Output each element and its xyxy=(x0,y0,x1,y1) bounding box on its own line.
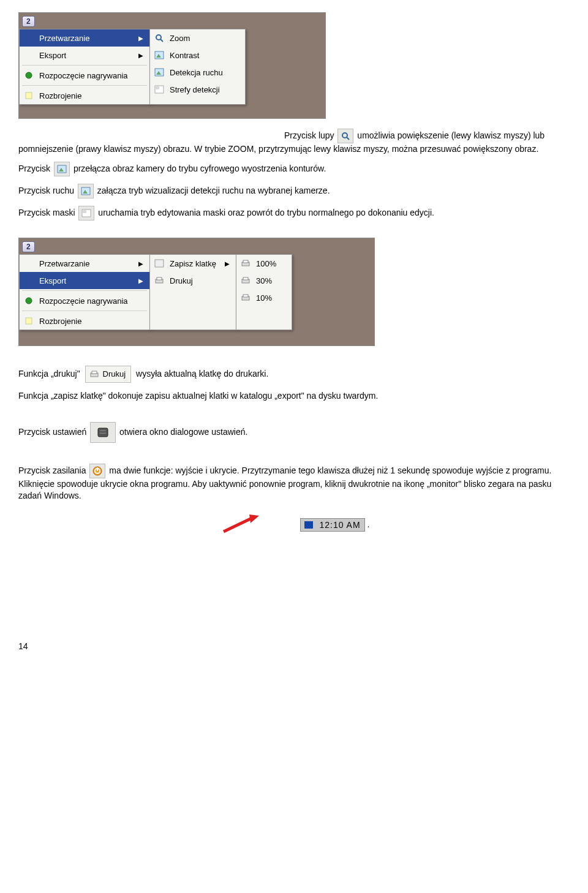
paragraph-ustawien: Przycisk ustawień otwiera okno dialogowe… xyxy=(18,422,570,443)
context-menu-main: Przetwarzanie ▶ Eksport ▶ Rozpoczęcie na… xyxy=(19,29,150,105)
svg-rect-26 xyxy=(243,277,248,280)
period: . xyxy=(368,519,370,529)
record-icon xyxy=(22,69,36,81)
picture-icon xyxy=(153,49,166,61)
page-number: 14 xyxy=(18,641,570,651)
chevron-right-icon: ▶ xyxy=(138,277,143,284)
menu-item-10pct[interactable]: 10% xyxy=(236,289,292,306)
svg-rect-32 xyxy=(100,430,106,434)
system-tray: 12:10 AM xyxy=(300,518,364,532)
menu-item-eksport[interactable]: Eksport ▶ xyxy=(20,47,149,64)
printer-icon xyxy=(88,369,100,380)
monitor-tray-icon[interactable] xyxy=(304,521,313,529)
svg-rect-28 xyxy=(243,295,248,297)
chevron-right-icon: ▶ xyxy=(225,260,230,267)
screenshot-eksport-menu: 2 Przetwarzanie ▶ Eksport ▶ Rozpoczęcie … xyxy=(18,238,375,346)
svg-rect-20 xyxy=(155,260,164,267)
svg-point-18 xyxy=(26,298,32,304)
menu-item-przetwarzanie[interactable]: Przetwarzanie ▶ xyxy=(20,255,149,272)
screenshot-przetwarzanie-menu: 2 Przetwarzanie ▶ Eksport ▶ Rozpoczęcie … xyxy=(18,12,326,119)
paragraph-kontrast: Przycisk przełącza obraz kamery do trybu… xyxy=(18,162,570,176)
red-arrow-icon xyxy=(219,513,262,537)
power-icon xyxy=(89,464,105,478)
menu-item-disarm[interactable]: Rozbrojenie xyxy=(20,312,149,330)
menu-item-start-recording[interactable]: Rozpoczęcie nagrywania xyxy=(20,67,149,84)
chevron-right-icon: ▶ xyxy=(138,35,143,42)
save-frame-icon xyxy=(153,257,166,269)
square-icon xyxy=(22,89,36,102)
printer-icon xyxy=(153,274,166,287)
svg-point-2 xyxy=(156,35,161,40)
paragraph-mask: Przycisk maski uruchamia tryb edytowania… xyxy=(18,206,570,220)
svg-point-0 xyxy=(26,72,32,78)
menu-item-przetwarzanie[interactable]: Przetwarzanie ▶ xyxy=(20,29,149,47)
svg-line-38 xyxy=(224,518,252,532)
svg-marker-39 xyxy=(249,514,259,523)
context-submenu-przetwarzanie: Zoom Kontrast Detekcja ruchu Strefy dete… xyxy=(149,29,246,105)
svg-line-11 xyxy=(347,137,349,140)
tray-illustration: 12:10 AM . xyxy=(18,513,570,537)
svg-rect-19 xyxy=(26,318,32,324)
tray-clock: 12:10 AM xyxy=(319,520,360,530)
picture-icon xyxy=(54,162,70,176)
paragraph-zapisz-klatke: Funkcja „zapisz klatkę" dokonuje zapisu … xyxy=(18,390,570,401)
menu-item-disarm[interactable]: Rozbrojenie xyxy=(20,87,149,104)
record-icon xyxy=(22,295,36,307)
menu-item-zapisz-klatke[interactable]: Zapisz klatkę ▶ xyxy=(150,255,236,272)
menu-item-100pct[interactable]: 100% xyxy=(236,255,292,272)
printer-icon xyxy=(239,292,252,304)
menu-item-eksport[interactable]: Eksport ▶ xyxy=(20,272,149,289)
paragraph-zasilania: Przycisk zasilania ma dwie funkcje: wyjś… xyxy=(18,464,570,500)
camera-number-badge: 2 xyxy=(22,16,35,27)
svg-rect-22 xyxy=(157,277,162,280)
menu-item-kontrast[interactable]: Kontrast xyxy=(150,47,245,64)
zones-icon xyxy=(153,83,166,96)
menu-item-strefy-detekcji[interactable]: Strefy detekcji xyxy=(150,81,245,98)
svg-point-10 xyxy=(342,133,347,138)
svg-line-3 xyxy=(160,39,163,42)
picture-icon xyxy=(78,184,94,198)
paragraph-drukuj: Funkcja „drukuj" Drukuj wysyła aktualną … xyxy=(18,366,570,383)
svg-rect-30 xyxy=(92,371,97,374)
svg-rect-1 xyxy=(26,92,32,99)
menu-item-drukuj[interactable]: Drukuj xyxy=(150,272,236,289)
context-submenu-size: 100% 30% 10% xyxy=(236,254,292,330)
picture-icon xyxy=(153,66,166,78)
svg-rect-17 xyxy=(83,211,86,213)
menu-item-detekcja-ruchu[interactable]: Detekcja ruchu xyxy=(150,64,245,81)
chevron-right-icon: ▶ xyxy=(138,52,143,59)
chevron-right-icon: ▶ xyxy=(138,260,143,267)
menu-item-start-recording[interactable]: Rozpoczęcie nagrywania xyxy=(20,292,149,309)
zones-icon xyxy=(78,206,94,220)
svg-rect-9 xyxy=(156,87,159,89)
context-menu-main: Przetwarzanie ▶ Eksport ▶ Rozpoczęcie na… xyxy=(19,254,150,330)
menu-item-30pct[interactable]: 30% xyxy=(236,272,292,289)
svg-rect-24 xyxy=(243,260,248,263)
printer-icon xyxy=(239,257,252,269)
printer-icon xyxy=(239,274,252,287)
context-submenu-eksport: Zapisz klatkę ▶ Drukuj xyxy=(149,254,236,330)
square-icon xyxy=(22,315,36,327)
paragraph-lupy: Przycisk lupy umożliwia powiększenie (le… xyxy=(18,129,570,154)
paragraph-ruch: Przycisk ruchu załącza tryb wizualizacji… xyxy=(18,184,570,198)
drukuj-button-sample: Drukuj xyxy=(85,366,132,383)
menu-item-zoom[interactable]: Zoom xyxy=(150,29,245,47)
settings-icon xyxy=(90,422,116,443)
magnifier-icon xyxy=(153,32,166,44)
camera-number-badge: 2 xyxy=(22,241,35,252)
magnifier-icon xyxy=(337,129,353,143)
